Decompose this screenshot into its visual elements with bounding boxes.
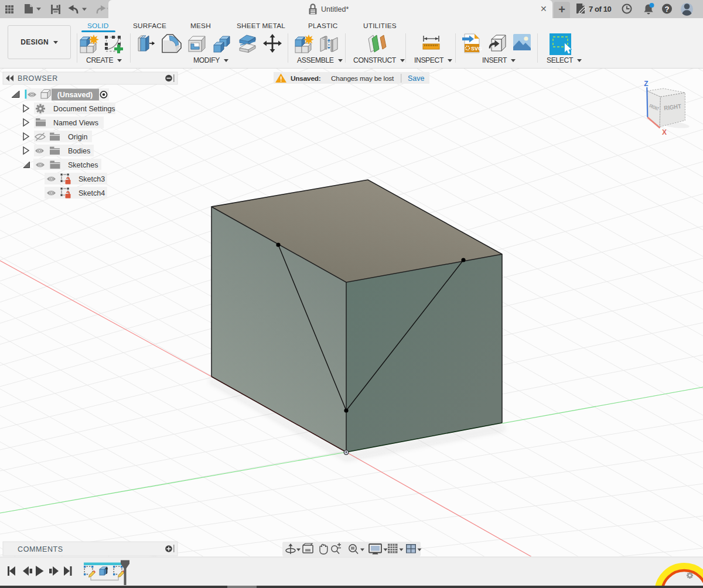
svg-text:Sketch3: Sketch3 xyxy=(79,175,105,183)
svg-text:Changes may be lost: Changes may be lost xyxy=(331,74,394,83)
svg-text:BROWSER: BROWSER xyxy=(18,74,58,83)
svg-text:Named Views: Named Views xyxy=(53,119,98,127)
svg-text:Document Settings: Document Settings xyxy=(53,105,115,113)
svg-text:(Unsaved): (Unsaved) xyxy=(57,91,93,99)
svg-text:Bodies: Bodies xyxy=(68,147,90,155)
svg-text:Origin: Origin xyxy=(68,133,87,141)
svg-text:Sketches: Sketches xyxy=(68,161,98,169)
svg-text:COMMENTS: COMMENTS xyxy=(18,545,63,553)
svg-text:Save: Save xyxy=(408,74,425,83)
svg-text:Unsaved:: Unsaved: xyxy=(291,74,321,83)
svg-text:Sketch4: Sketch4 xyxy=(79,189,105,197)
